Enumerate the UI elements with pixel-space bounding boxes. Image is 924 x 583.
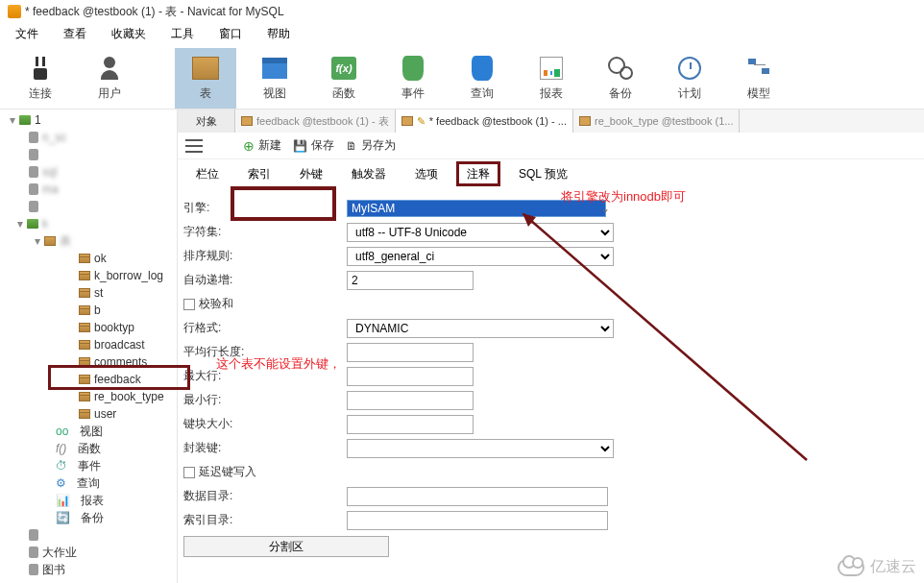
dtab-fields[interactable]: 栏位 (182, 161, 233, 186)
tree-item-feedback[interactable]: feedback (0, 371, 177, 388)
charset-select[interactable]: utf8 -- UTF-8 Unicode (347, 223, 614, 242)
tree-blur[interactable]: ▾k (0, 215, 177, 232)
minrows-label: 最小行: (183, 392, 347, 408)
delaywrite-field[interactable]: 延迟键写入 (183, 464, 347, 480)
table-icon (79, 375, 90, 384)
toolbar-view[interactable]: 视图 (244, 48, 305, 109)
tree-item[interactable]: booktyp (0, 319, 177, 336)
dtab-fk[interactable]: 外键 (285, 161, 337, 186)
tree-group-event[interactable]: ⏱ 事件 (0, 457, 177, 474)
table-icon (79, 271, 90, 280)
charset-label: 字符集: (183, 224, 347, 240)
options-form: 引擎: MyISAM ⌄ 字符集: utf8 -- UTF-8 Unicode … (178, 184, 924, 583)
menu-favorites[interactable]: 收藏夹 (100, 23, 158, 44)
tree-blur[interactable]: sql (0, 163, 177, 181)
packkeys-select[interactable] (347, 439, 614, 458)
tree-blur[interactable]: ▾表 (0, 232, 177, 250)
db-icon (29, 547, 38, 558)
toolbar-event[interactable]: 事件 (382, 48, 444, 109)
tree-item[interactable]: k_borrow_log (0, 267, 177, 284)
toolbar-query[interactable]: 查询 (451, 48, 513, 109)
tree-item-bottom[interactable]: 大作业 (0, 544, 177, 561)
db-icon (29, 132, 38, 143)
tree-item[interactable]: ok (0, 250, 177, 267)
tree-blur[interactable] (0, 146, 177, 163)
dtab-index[interactable]: 索引 (233, 161, 285, 186)
event-icon (402, 56, 424, 81)
toolbar-backup[interactable]: 备份 (590, 48, 651, 109)
table-icon (79, 340, 90, 350)
user-icon (99, 57, 120, 80)
collate-select[interactable]: utf8_general_ci (347, 247, 614, 266)
tree-group-backup[interactable]: 🔄 备份 (0, 509, 177, 526)
tree-group-func[interactable]: f() 函数 (0, 440, 177, 457)
save-button[interactable]: 💾保存 (293, 137, 334, 154)
avgrow-label: 平均行长度: (183, 344, 347, 360)
model-icon (746, 57, 771, 80)
tab-feedback-edit[interactable]: ✎* feedback @testbook (1) - ... (396, 109, 573, 133)
toolbar-model[interactable]: 模型 (728, 48, 790, 109)
dtab-sql[interactable]: SQL 预览 (504, 161, 582, 186)
tree-item[interactable]: broadcast (0, 336, 177, 353)
rowformat-select[interactable]: DYNAMIC (347, 319, 614, 338)
hamburger-icon[interactable] (185, 139, 203, 153)
db-icon (29, 166, 38, 178)
db-icon (27, 219, 38, 229)
keyblock-input[interactable] (347, 415, 474, 434)
datadir-input[interactable] (347, 487, 608, 506)
tree-group-report[interactable]: 📊 报表 (0, 492, 177, 509)
menu-tools[interactable]: 工具 (159, 23, 206, 44)
toolbar-table[interactable]: 表 (175, 48, 236, 109)
tree-conn-root[interactable]: ▾ 1 (0, 111, 177, 129)
checkbox-icon[interactable] (183, 467, 195, 478)
tree-blur[interactable]: ma (0, 181, 177, 198)
tree-group-view[interactable]: oo 视图 (0, 423, 177, 440)
collate-label: 排序规则: (183, 248, 347, 264)
table-icon (401, 116, 413, 126)
tree-blur[interactable]: n_sc (0, 129, 177, 146)
tree-blur[interactable] (0, 526, 177, 544)
tab-objects[interactable]: 对象 (178, 109, 235, 133)
keyblock-label: 键块大小: (183, 416, 347, 432)
tree-blur[interactable] (0, 198, 177, 215)
menu-help[interactable]: 帮助 (255, 23, 302, 44)
dtab-trigger[interactable]: 触发器 (337, 161, 401, 186)
table-icon (79, 305, 90, 315)
tree-item[interactable]: st (0, 284, 177, 302)
toolbar-connection[interactable]: 连接 (10, 48, 71, 109)
toolbar-function[interactable]: f(x)函数 (313, 48, 375, 109)
db-icon (29, 201, 38, 212)
menu-window[interactable]: 窗口 (207, 23, 254, 44)
toolbar-plan[interactable]: 计划 (659, 48, 720, 109)
dtab-options[interactable]: 选项 (401, 161, 452, 186)
packkeys-label: 封装键: (183, 440, 347, 456)
menu-view[interactable]: 查看 (52, 23, 98, 44)
maxrows-input[interactable] (347, 367, 474, 386)
autoinc-input[interactable] (347, 271, 474, 290)
tree-item[interactable]: re_book_type (0, 388, 177, 405)
avgrow-input[interactable] (347, 343, 474, 362)
new-button[interactable]: ⊕新建 (243, 137, 281, 154)
tree-item[interactable]: comments (0, 353, 177, 371)
tab-rebooktype[interactable]: re_book_type @testbook (1... (573, 109, 740, 133)
toolbar-report[interactable]: 报表 (521, 48, 582, 109)
tree-group-query[interactable]: ⚙ 查询 (0, 474, 177, 492)
table-icon (579, 116, 591, 126)
content-area: 对象 feedback @testbook (1) - 表 ✎* feedbac… (178, 109, 924, 583)
tree-item[interactable]: user (0, 405, 177, 423)
sidebar-tree[interactable]: ▾ 1 n_sc sql ma ▾k ▾表 ok k_borrow_log st… (0, 109, 178, 583)
tree-item-bottom2[interactable]: 图书 (0, 561, 177, 578)
minrows-input[interactable] (347, 391, 474, 410)
report-icon (540, 57, 563, 80)
tab-feedback-1[interactable]: feedback @testbook (1) - 表 (235, 109, 396, 133)
checkbox-icon[interactable] (183, 299, 195, 310)
checksum-field[interactable]: 校验和 (183, 296, 347, 312)
dtab-comment[interactable]: 注释 (452, 161, 504, 186)
saveas-button[interactable]: 🗎另存为 (346, 137, 396, 154)
indexdir-input[interactable] (347, 511, 608, 530)
toolbar-user[interactable]: 用户 (79, 48, 140, 109)
sub-toolbar: ⊕新建 💾保存 🗎另存为 (178, 133, 924, 159)
tree-item[interactable]: b (0, 302, 177, 319)
partition-button[interactable]: 分割区 (183, 536, 389, 557)
menu-file[interactable]: 文件 (4, 23, 50, 44)
